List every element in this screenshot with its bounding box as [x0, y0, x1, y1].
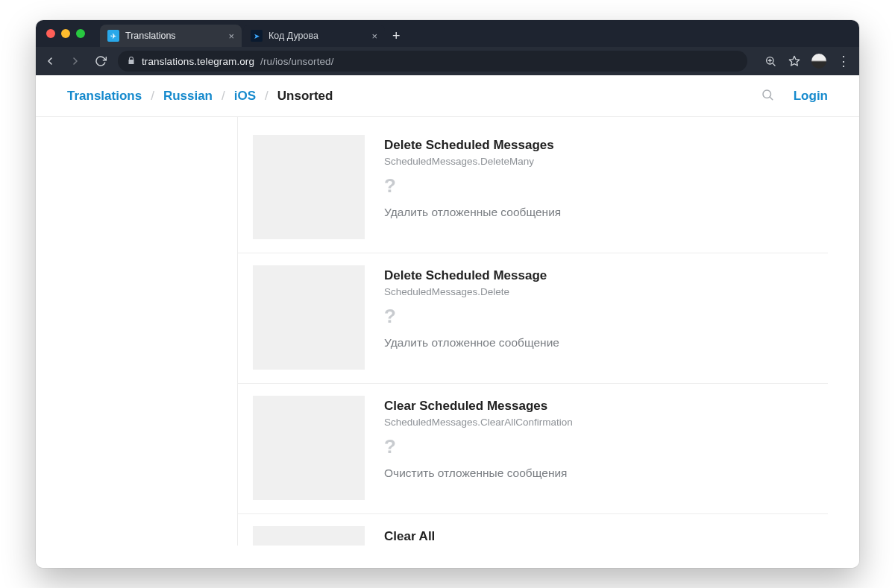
question-mark-icon: ? — [384, 306, 828, 326]
translation-entry[interactable]: Delete Scheduled Messages ScheduledMessa… — [238, 123, 828, 253]
svg-point-5 — [763, 90, 771, 98]
entry-translation: Удалить отложенное сообщение — [384, 336, 828, 350]
browser-tab-inactive[interactable]: ➤ Код Дурова × — [243, 25, 385, 47]
login-link[interactable]: Login — [794, 89, 828, 104]
entry-title: Delete Scheduled Messages — [384, 138, 828, 153]
entry-title: Clear Scheduled Messages — [384, 399, 828, 414]
back-button[interactable] — [43, 54, 57, 68]
breadcrumb: Translations / Russian / iOS / Unsorted — [67, 89, 333, 104]
entry-title: Delete Scheduled Message — [384, 268, 828, 283]
entry-translation: Удалить отложенные сообщения — [384, 206, 828, 219]
entry-key: ScheduledMessages.ClearAllConfirmation — [384, 417, 828, 428]
page-header: Translations / Russian / iOS / Unsorted … — [36, 75, 859, 117]
forward-button[interactable] — [69, 54, 82, 68]
entry-key: ScheduledMessages.Delete — [384, 286, 828, 297]
svg-line-6 — [770, 97, 772, 99]
minimize-window-button[interactable] — [61, 29, 70, 38]
question-mark-icon: ? — [384, 437, 828, 456]
close-tab-icon[interactable]: × — [371, 31, 377, 42]
breadcrumb-separator: / — [265, 89, 268, 104]
profile-avatar[interactable] — [811, 54, 826, 69]
browser-window: ✈ Translations × ➤ Код Дурова × + — [36, 20, 859, 568]
question-mark-icon: ? — [384, 176, 828, 195]
entries-list: Delete Scheduled Messages ScheduledMessa… — [237, 117, 828, 546]
breadcrumb-current: Unsorted — [277, 89, 333, 104]
breadcrumb-link-ios[interactable]: iOS — [234, 89, 256, 104]
entry-key: ScheduledMessages.DeleteMany — [384, 156, 828, 167]
close-window-button[interactable] — [46, 29, 55, 38]
svg-marker-4 — [789, 56, 799, 66]
breadcrumb-separator: / — [222, 89, 225, 104]
tab-title: Translations — [125, 31, 176, 41]
site-favicon-icon: ➤ — [251, 30, 263, 42]
svg-line-1 — [773, 63, 775, 66]
entry-title: Clear All — [384, 529, 828, 544]
tab-title: Код Дурова — [268, 31, 318, 41]
reload-button[interactable] — [94, 54, 107, 68]
search-icon[interactable] — [761, 88, 774, 104]
translation-entry[interactable]: Delete Scheduled Message ScheduledMessag… — [238, 253, 828, 384]
browser-menu-button[interactable]: ⋮ — [837, 53, 852, 69]
zoom-icon[interactable] — [764, 54, 777, 68]
entry-thumbnail — [253, 526, 365, 546]
page-content: Translations / Russian / iOS / Unsorted … — [36, 75, 859, 568]
new-tab-button[interactable]: + — [386, 28, 406, 47]
url-host: translations.telegram.org — [142, 56, 254, 67]
maximize-window-button[interactable] — [76, 29, 85, 38]
translation-entry[interactable]: Clear Scheduled Messages ScheduledMessag… — [238, 384, 828, 514]
url-path: /ru/ios/unsorted/ — [260, 56, 334, 67]
browser-tab-strip: ✈ Translations × ➤ Код Дурова × + — [36, 20, 859, 47]
close-tab-icon[interactable]: × — [228, 31, 234, 42]
star-bookmark-icon[interactable] — [788, 54, 801, 68]
window-controls — [46, 29, 85, 38]
breadcrumb-separator: / — [151, 89, 154, 104]
browser-toolbar: translations.telegram.org/ru/ios/unsorte… — [36, 47, 859, 75]
entry-thumbnail — [253, 396, 365, 500]
entry-translation: Очистить отложенные сообщения — [384, 467, 828, 480]
lock-icon — [127, 56, 136, 67]
browser-tab-active[interactable]: ✈ Translations × — [100, 25, 242, 47]
translation-entry[interactable]: Clear All — [238, 514, 828, 546]
breadcrumb-link-translations[interactable]: Translations — [67, 89, 142, 104]
breadcrumb-link-russian[interactable]: Russian — [163, 89, 213, 104]
telegram-favicon-icon: ✈ — [107, 30, 119, 42]
entry-thumbnail — [253, 265, 365, 370]
address-bar[interactable]: translations.telegram.org/ru/ios/unsorte… — [118, 51, 747, 72]
entry-thumbnail — [253, 135, 365, 239]
